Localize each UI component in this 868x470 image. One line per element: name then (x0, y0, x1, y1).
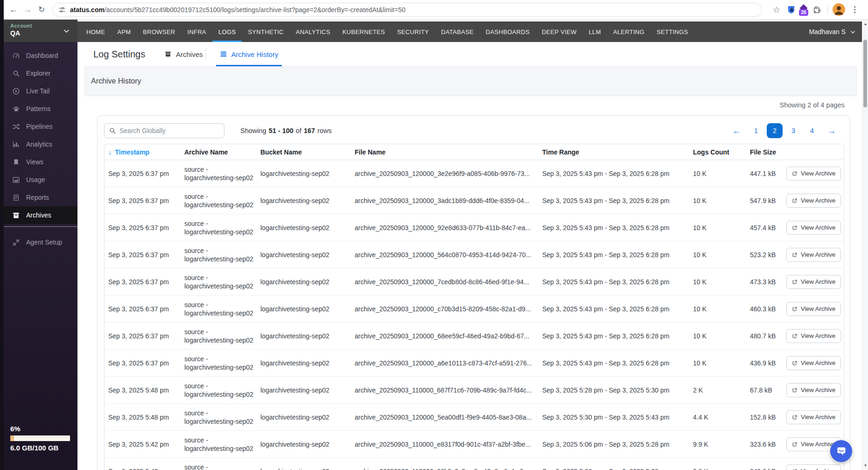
table-row: Sep 3, 2025 5:48 pm source - logarchivet… (105, 404, 844, 431)
bookmark-star-icon[interactable]: ☆ (773, 5, 780, 15)
nav-item-logs[interactable]: LOGS (212, 21, 242, 42)
view-archive-button[interactable]: View Archive (786, 302, 841, 316)
privacy-badger-extension-icon[interactable]: 26 (798, 4, 810, 16)
sidebar-item-label: Pipelines (26, 123, 53, 130)
cell-timestamp: Sep 3, 2025 6:37 pm (105, 170, 181, 177)
column-header-file-size[interactable]: File Size (746, 148, 786, 156)
nav-item-dashboards[interactable]: DASHBOARDS (480, 21, 536, 42)
user-name: Madhavan S (809, 28, 846, 35)
view-archive-button[interactable]: View Archive (786, 167, 841, 181)
page-button-4[interactable]: 4 (804, 123, 820, 138)
column-header-file-name[interactable]: File Name (351, 148, 539, 156)
page-button-3[interactable]: 3 (785, 123, 801, 138)
sidebar-item-agent-setup[interactable]: Agent Setup (0, 233, 77, 251)
password-shield-extension-icon[interactable] (784, 5, 798, 14)
cell-logs-count: 10 K (689, 170, 746, 177)
table-row: Sep 3, 2025 5:42 pm source - logarchivet… (105, 458, 844, 470)
view-archive-button[interactable]: View Archive (786, 275, 841, 289)
page-button-2[interactable]: 2 (767, 123, 783, 138)
cell-logs-count: 4.4 K (689, 414, 746, 421)
browser-menu-icon[interactable]: ⋮ (851, 5, 859, 14)
sidebar-item-views[interactable]: Views (0, 153, 77, 171)
nav-item-database[interactable]: DATABASE (435, 21, 480, 42)
view-archive-button[interactable]: View Archive (786, 356, 841, 370)
nav-item-infra[interactable]: INFRA (182, 21, 213, 42)
sort-desc-icon: ↓ (108, 148, 112, 156)
scrollbar-thumb[interactable] (863, 40, 867, 107)
nav-item-synthetic[interactable]: SYNTHETIC (242, 21, 289, 42)
forward-button[interactable]: → (21, 5, 35, 15)
cell-actions: View Archive (786, 167, 844, 181)
chat-bubble-button[interactable] (830, 440, 852, 462)
report-icon (12, 194, 20, 202)
next-page-button[interactable]: → (823, 126, 840, 136)
cell-actions: View Archive (786, 275, 844, 289)
site-info-icon[interactable] (58, 6, 66, 14)
cell-actions: View Archive (786, 221, 844, 235)
cell-actions: View Archive (786, 194, 844, 208)
extensions-puzzle-icon[interactable] (810, 5, 823, 14)
cell-file-name: archive_20250903_110000_26b5c9c5-cc9a-42… (351, 468, 539, 470)
scroll-up-arrow[interactable]: ▲ (862, 22, 868, 26)
profile-avatar[interactable] (833, 3, 845, 16)
rows-info: Showing 51 - 100 of 167 rows (240, 127, 332, 134)
user-menu[interactable]: Madhavan S (809, 21, 856, 42)
url-text: atatus.com/accounts/5b271cc49b002019712c… (70, 6, 406, 14)
gauge-icon (12, 52, 20, 60)
tab-archive-history[interactable]: Archive History (220, 42, 279, 66)
sidebar-item-label: Archives (26, 211, 51, 219)
column-header-time-range[interactable]: Time Range (539, 148, 689, 156)
nav-item-kubernetes[interactable]: KUBERNETES (336, 21, 391, 42)
cell-timestamp: Sep 3, 2025 5:42 pm (105, 468, 181, 470)
cell-file-name: archive_20250903_120000_564c0870-4953-41… (351, 251, 539, 259)
nav-item-analytics[interactable]: ANALYTICS (290, 21, 336, 42)
column-header-bucket-name[interactable]: Bucket Name (257, 148, 351, 156)
nav-item-security[interactable]: SECURITY (391, 21, 435, 42)
sidebar-item-label: Views (26, 158, 43, 166)
sidebar-item-usage[interactable]: Usage (0, 171, 77, 189)
cell-time-range: Sep 3, 2025 5:43 pm - Sep 3, 2025 6:28 p… (539, 197, 689, 204)
nav-item-apm[interactable]: APM (111, 21, 137, 42)
sidebar-item-archives[interactable]: Archives (0, 206, 77, 224)
scroll-down-arrow[interactable]: ▼ (862, 463, 868, 468)
column-header-timestamp[interactable]: ↓ Timestamp (105, 148, 181, 156)
nav-item-home[interactable]: HOME (80, 21, 111, 42)
sidebar-item-pipelines[interactable]: Pipelines (0, 118, 77, 135)
cell-timestamp: Sep 3, 2025 6:37 pm (105, 332, 181, 340)
sidebar-item-label: Usage (26, 176, 45, 183)
screen: ← → ↻ atatus.com/accounts/5b271cc49b0020… (0, 0, 868, 470)
sidebar-item-patterns[interactable]: Patterns (0, 100, 77, 118)
nav-item-settings[interactable]: SETTINGS (651, 21, 694, 42)
sidebar-item-reports[interactable]: Reports (0, 189, 77, 206)
usage-meter: 6% 6.0 GB/100 GB (10, 425, 70, 452)
account-switcher[interactable]: Account QA (0, 20, 77, 42)
sidebar-item-explorer[interactable]: Explorer (0, 64, 77, 82)
window-left-edge (0, 0, 4, 470)
view-archive-button[interactable]: View Archive (786, 329, 841, 343)
nav-item-llm[interactable]: LLM (583, 21, 607, 42)
view-archive-button[interactable]: View Archive (786, 221, 841, 235)
view-archive-button[interactable]: View Archive (786, 194, 841, 208)
search-input[interactable] (104, 123, 224, 138)
column-header-logs-count[interactable]: Logs Count (689, 148, 746, 156)
back-button[interactable]: ← (7, 5, 21, 15)
cell-logs-count: 10 K (689, 305, 746, 313)
extension-badge-count: 26 (799, 9, 808, 16)
sidebar-item-live-tail[interactable]: Live Tail (0, 82, 77, 100)
page-button-1[interactable]: 1 (748, 123, 764, 138)
sidebar-item-analytics[interactable]: Analytics (0, 135, 77, 153)
tab-archives[interactable]: Archives (164, 42, 203, 66)
url-bar[interactable]: atatus.com/accounts/5b271cc49b002019712c… (52, 3, 762, 17)
view-archive-button[interactable]: View Archive (786, 410, 841, 424)
prev-page-button[interactable]: ← (728, 126, 745, 136)
nav-item-alerting[interactable]: ALERTING (607, 21, 651, 42)
nav-item-browser[interactable]: BROWSER (137, 21, 181, 42)
external-link-icon (792, 306, 798, 312)
reload-button[interactable]: ↻ (35, 5, 49, 14)
sidebar-item-dashboard[interactable]: Dashboard (0, 47, 77, 64)
nav-item-deep-view[interactable]: DEEP VIEW (536, 21, 583, 42)
view-archive-button[interactable]: View Archive (786, 248, 841, 262)
column-header-archive-name[interactable]: Archive Name (181, 148, 257, 156)
view-archive-button[interactable]: View Archive (786, 383, 841, 397)
view-archive-button[interactable]: View Archive (786, 464, 841, 470)
